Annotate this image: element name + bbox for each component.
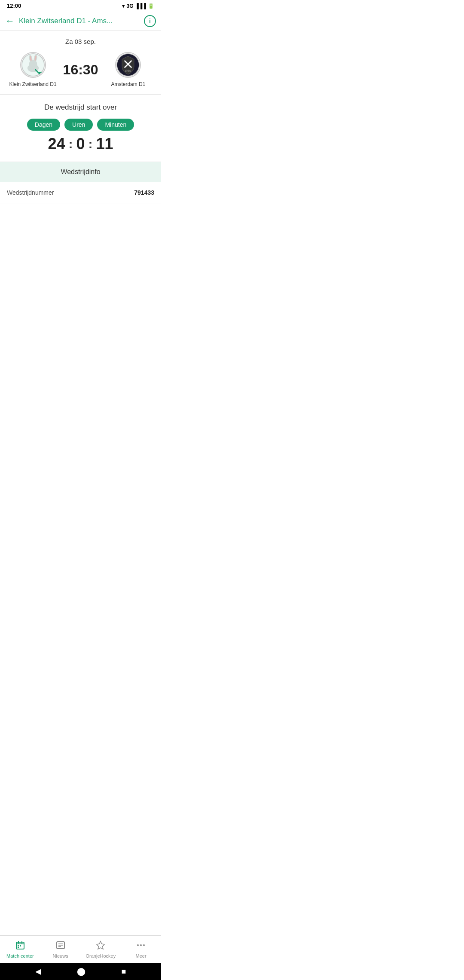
svg-point-9 [21,54,44,76]
nav-match-center[interactable]: Match center [0,936,40,963]
svg-text:dhbc: dhbc [125,69,131,72]
status-icons: ▾ 3G ▐▐▐ 🔋 [122,3,154,9]
system-recents-button[interactable]: ■ [121,967,126,976]
svg-rect-18 [18,945,19,946]
match-card: Za 03 sep. [0,31,161,95]
home-team-name: Klein Zwitserland D1 [9,81,57,87]
svg-point-27 [140,944,142,946]
home-team: Klein Zwitserland D1 [7,52,59,87]
wifi-icon: ▾ [122,3,125,9]
battery-icon: 🔋 [148,3,154,9]
svg-point-28 [143,944,145,946]
system-back-button[interactable]: ◀ [35,967,41,976]
svg-rect-20 [18,947,19,948]
signal-type: 3G [126,3,133,9]
countdown-minutes: 11 [96,135,113,153]
oranje-hockey-icon [96,940,105,952]
match-date: Za 03 sep. [7,38,154,45]
match-number-label: Wedstrijdnummer [7,189,134,196]
nav-nieuws[interactable]: Nieuws [40,936,81,963]
match-center-icon [15,940,25,952]
nieuws-icon [56,940,65,952]
meer-icon [136,940,146,952]
svg-rect-19 [20,945,21,946]
status-time: 12:00 [7,3,21,9]
nav-oranje-hockey[interactable]: OranjeHockey [81,936,121,963]
match-number-value: 791433 [134,189,154,196]
away-team-logo: dhbc [115,52,141,78]
status-bar: 12:00 ▾ 3G ▐▐▐ 🔋 [0,0,161,12]
countdown-sep-2: : [89,137,93,151]
info-button[interactable]: i [144,15,156,27]
nav-meer-label: Meer [136,953,147,959]
away-team: dhbc Amsterdam D1 [102,52,154,87]
nav-oranje-hockey-label: OranjeHockey [86,953,116,959]
back-button[interactable]: ← [5,15,15,27]
label-dagen: Dagen [27,119,60,131]
match-number-row: Wedstrijdnummer 791433 [0,182,161,203]
header: ← Klein Zwitserland D1 - Ams... i [0,12,161,31]
countdown-title: De wedstrijd start over [7,103,154,112]
match-info-title: Wedstrijdinfo [7,168,154,176]
nav-nieuws-label: Nieuws [53,953,68,959]
svg-point-26 [137,944,139,946]
label-uren: Uren [64,119,93,131]
countdown-values: 24 : 0 : 11 [7,135,154,153]
countdown-labels: Dagen Uren Minuten [7,119,154,131]
nav-match-center-label: Match center [6,953,34,959]
match-teams: Klein Zwitserland D1 16:30 dhbc [7,52,154,87]
countdown-days: 24 [48,135,65,153]
match-time: 16:30 [63,62,98,78]
system-home-button[interactable]: ⬤ [77,967,85,976]
countdown-sep-1: : [68,137,73,151]
countdown-hours: 0 [76,135,85,153]
away-team-name: Amsterdam D1 [111,81,145,87]
match-info-header: Wedstrijdinfo [0,162,161,182]
bottom-nav: Match center Nieuws OranjeHockey [0,935,161,963]
signal-bars: ▐▐▐ [135,3,146,9]
page-title: Klein Zwitserland D1 - Ams... [19,17,140,25]
nav-meer[interactable]: Meer [121,936,161,963]
home-team-logo [20,52,46,78]
countdown-section: De wedstrijd start over Dagen Uren Minut… [0,95,161,162]
label-minuten: Minuten [97,119,134,131]
svg-marker-25 [97,941,104,949]
